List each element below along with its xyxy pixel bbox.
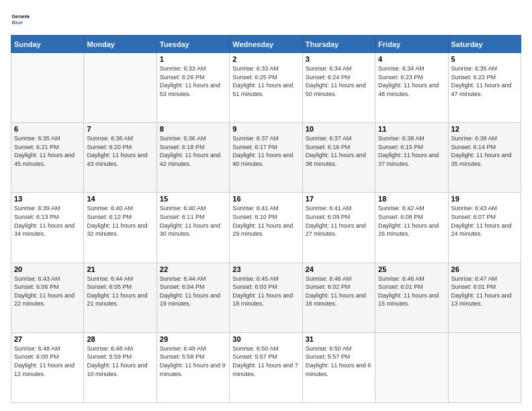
calendar-cell: [11, 53, 84, 123]
day-info: Sunrise: 6:33 AM Sunset: 6:25 PM Dayligh…: [232, 64, 299, 98]
calendar-cell: 8Sunrise: 6:36 AM Sunset: 6:18 PM Daylig…: [157, 123, 229, 193]
day-info: Sunrise: 6:44 AM Sunset: 6:05 PM Dayligh…: [87, 275, 153, 308]
calendar-cell: 1Sunrise: 6:33 AM Sunset: 6:26 PM Daylig…: [157, 53, 229, 123]
calendar-cell: 2Sunrise: 6:33 AM Sunset: 6:25 PM Daylig…: [230, 53, 302, 123]
calendar-cell: 5Sunrise: 6:35 AM Sunset: 6:22 PM Daylig…: [448, 53, 521, 123]
day-info: Sunrise: 6:43 AM Sunset: 6:06 PM Dayligh…: [14, 275, 81, 308]
calendar-cell: [375, 332, 448, 402]
week-row-1: 1Sunrise: 6:33 AM Sunset: 6:26 PM Daylig…: [11, 53, 521, 123]
day-info: Sunrise: 6:41 AM Sunset: 6:09 PM Dayligh…: [306, 204, 372, 238]
day-number: 30: [232, 335, 299, 343]
day-number: 13: [14, 195, 81, 203]
calendar-cell: 28Sunrise: 6:48 AM Sunset: 5:59 PM Dayli…: [84, 332, 157, 402]
day-number: 10: [306, 125, 372, 133]
day-number: 3: [306, 55, 372, 63]
calendar-cell: 6Sunrise: 6:35 AM Sunset: 6:21 PM Daylig…: [11, 123, 84, 193]
day-info: Sunrise: 6:49 AM Sunset: 5:58 PM Dayligh…: [160, 345, 226, 378]
day-info: Sunrise: 6:38 AM Sunset: 6:14 PM Dayligh…: [451, 134, 518, 168]
weekday-header-friday: Friday: [375, 36, 448, 53]
calendar-cell: 3Sunrise: 6:34 AM Sunset: 6:24 PM Daylig…: [302, 53, 375, 123]
calendar-cell: 20Sunrise: 6:43 AM Sunset: 6:06 PM Dayli…: [11, 263, 84, 332]
day-info: Sunrise: 6:36 AM Sunset: 6:18 PM Dayligh…: [160, 134, 226, 168]
day-info: Sunrise: 6:43 AM Sunset: 6:07 PM Dayligh…: [451, 204, 518, 238]
calendar-cell: 17Sunrise: 6:41 AM Sunset: 6:09 PM Dayli…: [302, 193, 375, 263]
day-number: 5: [451, 55, 518, 63]
calendar-cell: 24Sunrise: 6:46 AM Sunset: 6:02 PM Dayli…: [302, 263, 375, 332]
day-info: Sunrise: 6:42 AM Sunset: 6:08 PM Dayligh…: [378, 204, 445, 238]
day-number: 22: [160, 265, 226, 273]
day-number: 27: [14, 335, 81, 343]
day-number: 20: [14, 265, 81, 273]
day-number: 2: [232, 55, 299, 63]
calendar-cell: [448, 332, 521, 402]
day-info: Sunrise: 6:34 AM Sunset: 6:24 PM Dayligh…: [306, 64, 372, 98]
calendar-cell: 27Sunrise: 6:48 AM Sunset: 6:00 PM Dayli…: [11, 332, 84, 402]
day-number: 6: [14, 125, 81, 133]
calendar-cell: 25Sunrise: 6:46 AM Sunset: 6:01 PM Dayli…: [375, 263, 448, 332]
day-number: 28: [87, 335, 153, 343]
day-number: 26: [451, 265, 518, 273]
day-info: Sunrise: 6:33 AM Sunset: 6:26 PM Dayligh…: [160, 64, 226, 98]
calendar-cell: 12Sunrise: 6:38 AM Sunset: 6:14 PM Dayli…: [448, 123, 521, 193]
day-info: Sunrise: 6:37 AM Sunset: 6:16 PM Dayligh…: [306, 134, 372, 168]
day-number: 12: [451, 125, 518, 133]
calendar-cell: 16Sunrise: 6:41 AM Sunset: 6:10 PM Dayli…: [230, 193, 302, 263]
page: General Blue SundayMondayTuesdayWednesda…: [0, 0, 532, 411]
calendar-cell: 30Sunrise: 6:50 AM Sunset: 5:57 PM Dayli…: [230, 332, 302, 402]
calendar-cell: 4Sunrise: 6:34 AM Sunset: 6:23 PM Daylig…: [375, 53, 448, 123]
day-number: 1: [160, 55, 226, 63]
day-number: 16: [232, 195, 299, 203]
day-info: Sunrise: 6:48 AM Sunset: 6:00 PM Dayligh…: [14, 345, 81, 378]
calendar-cell: 9Sunrise: 6:37 AM Sunset: 6:17 PM Daylig…: [230, 123, 302, 193]
calendar-cell: 29Sunrise: 6:49 AM Sunset: 5:58 PM Dayli…: [157, 332, 229, 402]
weekday-header-tuesday: Tuesday: [157, 36, 229, 53]
day-info: Sunrise: 6:40 AM Sunset: 6:12 PM Dayligh…: [87, 204, 153, 238]
calendar-cell: [84, 53, 157, 123]
calendar-cell: 14Sunrise: 6:40 AM Sunset: 6:12 PM Dayli…: [84, 193, 157, 263]
week-row-3: 13Sunrise: 6:39 AM Sunset: 6:13 PM Dayli…: [11, 193, 521, 263]
day-number: 31: [306, 335, 372, 343]
day-number: 7: [87, 125, 153, 133]
calendar-cell: 23Sunrise: 6:45 AM Sunset: 6:03 PM Dayli…: [230, 263, 302, 332]
logo: General Blue: [11, 11, 30, 30]
weekday-header-wednesday: Wednesday: [230, 36, 302, 53]
day-number: 24: [306, 265, 372, 273]
calendar-cell: 26Sunrise: 6:47 AM Sunset: 6:01 PM Dayli…: [448, 263, 521, 332]
day-info: Sunrise: 6:41 AM Sunset: 6:10 PM Dayligh…: [232, 204, 299, 238]
day-number: 9: [232, 125, 299, 133]
week-row-5: 27Sunrise: 6:48 AM Sunset: 6:00 PM Dayli…: [11, 332, 521, 402]
day-info: Sunrise: 6:44 AM Sunset: 6:04 PM Dayligh…: [160, 275, 226, 308]
calendar-cell: 15Sunrise: 6:40 AM Sunset: 6:11 PM Dayli…: [157, 193, 229, 263]
weekday-header-monday: Monday: [84, 36, 157, 53]
weekday-header-saturday: Saturday: [448, 36, 521, 53]
weekday-header-row: SundayMondayTuesdayWednesdayThursdayFrid…: [11, 36, 521, 53]
day-info: Sunrise: 6:35 AM Sunset: 6:21 PM Dayligh…: [14, 134, 81, 168]
day-number: 15: [160, 195, 226, 203]
day-number: 23: [232, 265, 299, 273]
day-info: Sunrise: 6:34 AM Sunset: 6:23 PM Dayligh…: [378, 64, 445, 98]
day-number: 25: [378, 265, 445, 273]
day-info: Sunrise: 6:35 AM Sunset: 6:22 PM Dayligh…: [451, 64, 518, 98]
week-row-2: 6Sunrise: 6:35 AM Sunset: 6:21 PM Daylig…: [11, 123, 521, 193]
day-info: Sunrise: 6:46 AM Sunset: 6:02 PM Dayligh…: [306, 275, 372, 308]
generalblue-icon: General Blue: [11, 11, 30, 30]
day-number: 14: [87, 195, 153, 203]
calendar-cell: 13Sunrise: 6:39 AM Sunset: 6:13 PM Dayli…: [11, 193, 84, 263]
day-number: 17: [306, 195, 372, 203]
calendar-cell: 19Sunrise: 6:43 AM Sunset: 6:07 PM Dayli…: [448, 193, 521, 263]
day-info: Sunrise: 6:39 AM Sunset: 6:13 PM Dayligh…: [14, 204, 81, 238]
calendar-table: SundayMondayTuesdayWednesdayThursdayFrid…: [11, 35, 521, 403]
svg-text:Blue: Blue: [11, 19, 23, 26]
day-number: 18: [378, 195, 445, 203]
calendar-cell: 31Sunrise: 6:50 AM Sunset: 5:57 PM Dayli…: [302, 332, 375, 402]
day-info: Sunrise: 6:36 AM Sunset: 6:20 PM Dayligh…: [87, 134, 153, 168]
day-info: Sunrise: 6:50 AM Sunset: 5:57 PM Dayligh…: [232, 345, 299, 378]
day-info: Sunrise: 6:50 AM Sunset: 5:57 PM Dayligh…: [306, 345, 372, 378]
day-number: 29: [160, 335, 226, 343]
day-number: 11: [378, 125, 445, 133]
day-info: Sunrise: 6:40 AM Sunset: 6:11 PM Dayligh…: [160, 204, 226, 238]
calendar-cell: 7Sunrise: 6:36 AM Sunset: 6:20 PM Daylig…: [84, 123, 157, 193]
header: General Blue: [11, 11, 521, 30]
calendar-cell: 11Sunrise: 6:38 AM Sunset: 6:15 PM Dayli…: [375, 123, 448, 193]
day-number: 8: [160, 125, 226, 133]
